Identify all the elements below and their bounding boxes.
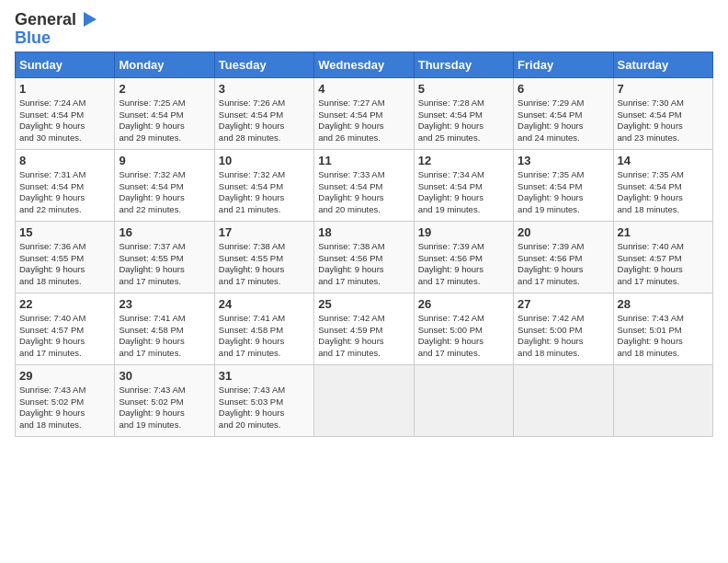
day-info: Sunrise: 7:41 AM Sunset: 4:58 PM Dayligh… <box>219 313 310 360</box>
day-info: Sunrise: 7:43 AM Sunset: 5:01 PM Dayligh… <box>618 313 709 360</box>
calendar-cell: 26Sunrise: 7:42 AM Sunset: 5:00 PM Dayli… <box>414 293 513 364</box>
calendar-cell <box>514 364 613 436</box>
logo-general: General <box>15 11 76 29</box>
day-number: 17 <box>219 225 310 239</box>
day-info: Sunrise: 7:33 AM Sunset: 4:54 PM Dayligh… <box>318 169 409 216</box>
calendar-cell: 2Sunrise: 7:25 AM Sunset: 4:54 PM Daylig… <box>115 77 214 149</box>
day-number: 7 <box>618 82 709 96</box>
calendar-header-row: SundayMondayTuesdayWednesdayThursdayFrid… <box>16 52 713 77</box>
calendar-cell: 29Sunrise: 7:43 AM Sunset: 5:02 PM Dayli… <box>16 364 115 436</box>
day-number: 4 <box>318 82 409 96</box>
day-number: 6 <box>518 82 609 96</box>
calendar-cell: 15Sunrise: 7:36 AM Sunset: 4:55 PM Dayli… <box>16 221 115 293</box>
calendar-cell: 16Sunrise: 7:37 AM Sunset: 4:55 PM Dayli… <box>115 221 214 293</box>
calendar-cell: 28Sunrise: 7:43 AM Sunset: 5:01 PM Dayli… <box>613 293 712 364</box>
calendar-week-row: 22Sunrise: 7:40 AM Sunset: 4:57 PM Dayli… <box>16 293 713 364</box>
calendar-header-saturday: Saturday <box>613 52 712 77</box>
calendar-cell: 25Sunrise: 7:42 AM Sunset: 4:59 PM Dayli… <box>314 293 414 364</box>
day-number: 27 <box>518 297 609 311</box>
day-number: 24 <box>219 297 310 311</box>
calendar-cell: 6Sunrise: 7:29 AM Sunset: 4:54 PM Daylig… <box>514 77 613 149</box>
day-number: 23 <box>119 297 210 311</box>
day-info: Sunrise: 7:35 AM Sunset: 4:54 PM Dayligh… <box>618 169 709 216</box>
day-info: Sunrise: 7:39 AM Sunset: 4:56 PM Dayligh… <box>518 241 609 288</box>
day-info: Sunrise: 7:43 AM Sunset: 5:02 PM Dayligh… <box>19 385 110 431</box>
calendar-cell: 19Sunrise: 7:39 AM Sunset: 4:56 PM Dayli… <box>414 221 513 293</box>
calendar-cell: 1Sunrise: 7:24 AM Sunset: 4:54 PM Daylig… <box>16 77 115 149</box>
calendar-cell: 17Sunrise: 7:38 AM Sunset: 4:55 PM Dayli… <box>214 221 313 293</box>
calendar-header-wednesday: Wednesday <box>314 52 414 77</box>
day-number: 18 <box>318 225 409 239</box>
day-number: 30 <box>119 369 210 383</box>
logo-arrow-icon <box>76 12 97 29</box>
calendar-cell: 10Sunrise: 7:32 AM Sunset: 4:54 PM Dayli… <box>214 149 313 221</box>
calendar-cell: 31Sunrise: 7:43 AM Sunset: 5:03 PM Dayli… <box>214 364 313 436</box>
day-info: Sunrise: 7:43 AM Sunset: 5:02 PM Dayligh… <box>119 385 210 431</box>
day-number: 21 <box>618 225 709 239</box>
day-info: Sunrise: 7:40 AM Sunset: 4:57 PM Dayligh… <box>19 313 110 360</box>
calendar-cell: 18Sunrise: 7:38 AM Sunset: 4:56 PM Dayli… <box>314 221 414 293</box>
calendar-cell: 9Sunrise: 7:32 AM Sunset: 4:54 PM Daylig… <box>115 149 214 221</box>
calendar-week-row: 1Sunrise: 7:24 AM Sunset: 4:54 PM Daylig… <box>16 77 713 149</box>
day-info: Sunrise: 7:39 AM Sunset: 4:56 PM Dayligh… <box>418 241 509 288</box>
calendar-cell: 27Sunrise: 7:42 AM Sunset: 5:00 PM Dayli… <box>514 293 613 364</box>
calendar-cell: 23Sunrise: 7:41 AM Sunset: 4:58 PM Dayli… <box>115 293 214 364</box>
day-number: 25 <box>318 297 409 311</box>
day-number: 31 <box>219 369 310 383</box>
day-number: 11 <box>318 154 409 167</box>
day-info: Sunrise: 7:41 AM Sunset: 4:58 PM Dayligh… <box>119 313 210 360</box>
day-number: 14 <box>618 154 709 167</box>
day-info: Sunrise: 7:32 AM Sunset: 4:54 PM Dayligh… <box>219 169 310 216</box>
calendar-cell: 12Sunrise: 7:34 AM Sunset: 4:54 PM Dayli… <box>414 149 513 221</box>
day-info: Sunrise: 7:42 AM Sunset: 5:00 PM Dayligh… <box>518 313 609 360</box>
day-info: Sunrise: 7:34 AM Sunset: 4:54 PM Dayligh… <box>418 169 509 216</box>
day-number: 29 <box>19 369 110 383</box>
calendar-header-friday: Friday <box>514 52 613 77</box>
calendar-cell: 4Sunrise: 7:27 AM Sunset: 4:54 PM Daylig… <box>314 77 414 149</box>
calendar-cell: 11Sunrise: 7:33 AM Sunset: 4:54 PM Dayli… <box>314 149 414 221</box>
day-number: 3 <box>219 82 310 96</box>
day-number: 13 <box>518 154 609 167</box>
calendar-header-monday: Monday <box>115 52 214 77</box>
calendar-cell: 13Sunrise: 7:35 AM Sunset: 4:54 PM Dayli… <box>514 149 613 221</box>
calendar-header-thursday: Thursday <box>414 52 513 77</box>
calendar-cell: 14Sunrise: 7:35 AM Sunset: 4:54 PM Dayli… <box>613 149 712 221</box>
day-info: Sunrise: 7:26 AM Sunset: 4:54 PM Dayligh… <box>219 98 310 144</box>
day-number: 15 <box>19 225 110 239</box>
calendar-cell: 7Sunrise: 7:30 AM Sunset: 4:54 PM Daylig… <box>613 77 712 149</box>
calendar-cell <box>314 364 414 436</box>
calendar-table: SundayMondayTuesdayWednesdayThursdayFrid… <box>15 52 713 437</box>
day-info: Sunrise: 7:24 AM Sunset: 4:54 PM Dayligh… <box>19 98 110 144</box>
day-info: Sunrise: 7:38 AM Sunset: 4:56 PM Dayligh… <box>318 241 409 288</box>
day-info: Sunrise: 7:28 AM Sunset: 4:54 PM Dayligh… <box>418 98 509 144</box>
calendar-cell <box>414 364 513 436</box>
day-info: Sunrise: 7:27 AM Sunset: 4:54 PM Dayligh… <box>318 98 409 144</box>
day-info: Sunrise: 7:30 AM Sunset: 4:54 PM Dayligh… <box>618 98 709 144</box>
day-info: Sunrise: 7:40 AM Sunset: 4:57 PM Dayligh… <box>618 241 709 288</box>
calendar-week-row: 15Sunrise: 7:36 AM Sunset: 4:55 PM Dayli… <box>16 221 713 293</box>
day-info: Sunrise: 7:38 AM Sunset: 4:55 PM Dayligh… <box>219 241 310 288</box>
day-number: 9 <box>119 154 210 167</box>
day-number: 20 <box>518 225 609 239</box>
calendar-week-row: 29Sunrise: 7:43 AM Sunset: 5:02 PM Dayli… <box>16 364 713 436</box>
calendar-cell: 8Sunrise: 7:31 AM Sunset: 4:54 PM Daylig… <box>16 149 115 221</box>
calendar-cell: 3Sunrise: 7:26 AM Sunset: 4:54 PM Daylig… <box>214 77 313 149</box>
logo-blue: Blue <box>15 29 97 46</box>
day-number: 10 <box>219 154 310 167</box>
day-info: Sunrise: 7:25 AM Sunset: 4:54 PM Dayligh… <box>119 98 210 144</box>
calendar-cell: 24Sunrise: 7:41 AM Sunset: 4:58 PM Dayli… <box>214 293 313 364</box>
day-info: Sunrise: 7:43 AM Sunset: 5:03 PM Dayligh… <box>219 385 310 431</box>
calendar-cell: 21Sunrise: 7:40 AM Sunset: 4:57 PM Dayli… <box>613 221 712 293</box>
day-number: 8 <box>19 154 110 167</box>
day-info: Sunrise: 7:35 AM Sunset: 4:54 PM Dayligh… <box>518 169 609 216</box>
calendar-cell: 30Sunrise: 7:43 AM Sunset: 5:02 PM Dayli… <box>115 364 214 436</box>
calendar-cell <box>613 364 712 436</box>
day-info: Sunrise: 7:37 AM Sunset: 4:55 PM Dayligh… <box>119 241 210 288</box>
logo: General Blue <box>15 11 97 46</box>
svg-marker-0 <box>84 12 97 27</box>
header: General Blue <box>15 11 713 46</box>
day-info: Sunrise: 7:36 AM Sunset: 4:55 PM Dayligh… <box>19 241 110 288</box>
day-number: 19 <box>418 225 509 239</box>
calendar-header-tuesday: Tuesday <box>214 52 313 77</box>
calendar-cell: 20Sunrise: 7:39 AM Sunset: 4:56 PM Dayli… <box>514 221 613 293</box>
